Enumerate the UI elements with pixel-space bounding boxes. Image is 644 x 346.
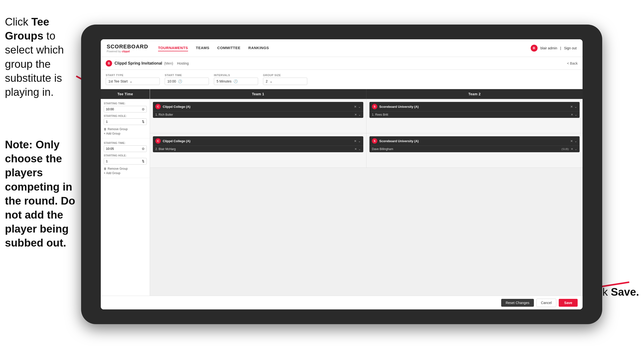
- player-name-2-1: 1. Rees Britt: [372, 113, 569, 116]
- player-1-2[interactable]: 2. Blair McHarg ✕ ⌄: [153, 146, 363, 152]
- team1-entry-2[interactable]: C Clippd College (A) ✕ ⌄ 2. Blair McHarg: [153, 136, 363, 152]
- nav-teams[interactable]: TEAMS: [196, 45, 210, 51]
- starting-time-input-2[interactable]: 10:05 ⊙: [104, 145, 147, 152]
- team2-entry-1[interactable]: S Scoreboard University (A) ✕ ⌄ 1. Rees …: [370, 102, 580, 118]
- intervals-label: Intervals: [214, 74, 258, 77]
- team2-entry-2[interactable]: S Scoreboard University (A) ✕ ⌄ Dave Bil…: [370, 136, 580, 152]
- player-controls-1-2: ✕ ⌄: [354, 147, 361, 151]
- player-controls-1-1: ✕ ⌄: [354, 113, 361, 116]
- trash-icon-2: 🗑: [104, 167, 107, 170]
- sub-badge: (SUB): [562, 148, 569, 151]
- tee-group-2: STARTING TIME: 10:05 ⊙ STARTING HOLE: 1 …: [101, 138, 150, 178]
- nav-avatar: B: [531, 45, 538, 51]
- starting-time-label-1: STARTING TIME:: [104, 102, 147, 105]
- team1-entry-header-1: C Clippd College (A) ✕ ⌄: [153, 102, 363, 111]
- start-time-label: Start Time: [165, 74, 209, 77]
- team2-controls-2: ✕ ⌄: [570, 139, 577, 143]
- nav-rankings[interactable]: RANKINGS: [248, 45, 269, 51]
- start-type-value: 1st Tee Start: [108, 79, 128, 83]
- player-chevron-1-2[interactable]: ⌄: [358, 147, 361, 151]
- intervals-field: Intervals 5 Minutes 🕐: [214, 74, 258, 85]
- subheader-badge: B: [106, 60, 112, 66]
- logo-area: SCOREBOARD Powered by clippd: [107, 43, 148, 53]
- player-chevron-2-1[interactable]: ⌄: [575, 113, 577, 116]
- note-bold-prefix: Note: Only choose the players competing …: [5, 138, 75, 249]
- start-type-input[interactable]: 1st Tee Start ⌄: [106, 78, 160, 85]
- tee-sidebar: Tee Time STARTING TIME: 10:00 ⊙ STARTING…: [101, 89, 150, 296]
- team1-x-2[interactable]: ✕: [354, 139, 357, 143]
- team1-entry-header-2: C Clippd College (A) ✕ ⌄: [153, 136, 363, 146]
- subheader-title: Clippd Spring Invitational: [114, 61, 162, 65]
- tee-time-header: Tee Time: [101, 89, 150, 99]
- start-type-field: Start Type 1st Tee Start ⌄: [106, 74, 160, 85]
- subheader: B Clippd Spring Invitational (Men) Hosti…: [101, 57, 582, 70]
- save-button[interactable]: Save: [559, 299, 578, 307]
- instruction-text-note: Note: Only choose the players competing …: [0, 137, 81, 250]
- player-1-1[interactable]: 1. Rich Butler ✕ ⌄: [153, 111, 363, 118]
- intervals-clock-icon: 🕐: [234, 79, 238, 83]
- teams-header: Team 1 Team 2: [150, 89, 582, 99]
- team2-x-1[interactable]: ✕: [570, 105, 573, 108]
- tee-actions-1: 🗑 Remove Group + Add Group: [104, 127, 147, 135]
- start-type-label: Start Type: [106, 74, 160, 77]
- team2-chevron-1[interactable]: ⌄: [574, 105, 577, 108]
- player-x-2-1[interactable]: ✕: [571, 113, 573, 116]
- starting-hole-input-2[interactable]: 1 ⇅: [104, 158, 147, 165]
- remove-group-btn-2[interactable]: 🗑 Remove Group: [104, 167, 147, 170]
- player-x-1-1[interactable]: ✕: [354, 113, 357, 116]
- action-bar: Reset Changes Cancel Save: [101, 296, 582, 310]
- nav-right: B blair admin | Sign out: [531, 45, 577, 51]
- nav-tournaments[interactable]: TOURNAMENTS: [158, 45, 188, 51]
- team2-badge-2: S: [372, 138, 377, 144]
- logo-brand: clippd: [122, 50, 130, 53]
- player-chevron-1-1[interactable]: ⌄: [358, 113, 361, 116]
- add-group-btn-2[interactable]: + Add Group: [104, 171, 147, 175]
- start-time-value: 10:00: [168, 79, 176, 83]
- time-clock-icon-2: ⊙: [142, 147, 144, 151]
- team1-x-1[interactable]: ✕: [354, 105, 357, 108]
- player-chevron-2-2[interactable]: ⌄: [575, 147, 577, 151]
- team2-badge-1: S: [372, 104, 377, 109]
- team-row-2: C Clippd College (A) ✕ ⌄ 2. Blair McHarg: [150, 133, 582, 168]
- instruction-text-top: Click Tee Groups to select which group t…: [0, 15, 76, 99]
- add-group-btn-1[interactable]: + Add Group: [104, 132, 147, 135]
- team1-name-2: Clippd College (A): [163, 139, 352, 143]
- team2-header: Team 2: [366, 89, 582, 99]
- start-time-field: Start Time 10:00 🕐: [165, 74, 209, 85]
- team1-entry-1[interactable]: C Clippd College (A) ✕ ⌄ 1. Rich Butler: [153, 102, 363, 118]
- sign-out-link[interactable]: Sign out: [564, 46, 577, 50]
- team-row-1: C Clippd College (A) ✕ ⌄ 1. Rich Butler: [150, 99, 582, 133]
- back-button[interactable]: < Back: [567, 61, 578, 65]
- logo-powered: Powered by clippd: [107, 50, 148, 53]
- reset-changes-button[interactable]: Reset Changes: [501, 299, 534, 307]
- remove-group-btn-1[interactable]: 🗑 Remove Group: [104, 127, 147, 131]
- team2-chevron-2[interactable]: ⌄: [574, 139, 577, 143]
- player-x-1-2[interactable]: ✕: [354, 147, 357, 151]
- admin-label: blair admin: [540, 46, 557, 50]
- team2-name-2: Scoreboard University (A): [379, 139, 568, 143]
- player-2-1[interactable]: 1. Rees Britt ✕ ⌄: [370, 111, 580, 118]
- team2-cell-1: S Scoreboard University (A) ✕ ⌄ 1. Rees …: [366, 99, 582, 133]
- cancel-button[interactable]: Cancel: [536, 299, 556, 307]
- starting-time-input-1[interactable]: 10:00 ⊙: [104, 106, 147, 112]
- player-name-2-2: Dave Billingham: [372, 147, 560, 151]
- team2-x-2[interactable]: ✕: [570, 139, 573, 143]
- starting-hole-label-1: STARTING HOLE:: [104, 114, 147, 117]
- nav-committee[interactable]: COMMITTEE: [217, 45, 241, 51]
- group-size-label: Group Size: [263, 74, 307, 77]
- team1-chevron-1[interactable]: ⌄: [358, 105, 361, 108]
- intervals-value: 5 Minutes: [216, 79, 232, 83]
- team1-chevron-2[interactable]: ⌄: [358, 139, 361, 143]
- player-x-2-2[interactable]: ✕: [571, 147, 573, 151]
- player-2-2[interactable]: Dave Billingham (SUB) ✕ ⌄: [370, 146, 580, 152]
- intervals-input[interactable]: 5 Minutes 🕐: [214, 78, 258, 85]
- nav-separator: |: [560, 46, 561, 50]
- nav-links: TOURNAMENTS TEAMS COMMITTEE RANKINGS: [158, 45, 531, 51]
- player-controls-2-2: ✕ ⌄: [571, 147, 577, 151]
- starting-hole-input-1[interactable]: 1 ⇅: [104, 118, 147, 125]
- group-size-field: Group Size 2 ⌄: [263, 74, 307, 85]
- group-size-input[interactable]: 2 ⌄: [263, 78, 307, 85]
- tee-teams-area: Team 1 Team 2 C Clippd College (A) ✕ ⌄: [150, 89, 582, 296]
- team2-controls-1: ✕ ⌄: [570, 105, 577, 108]
- start-time-input[interactable]: 10:00 🕐: [165, 78, 209, 85]
